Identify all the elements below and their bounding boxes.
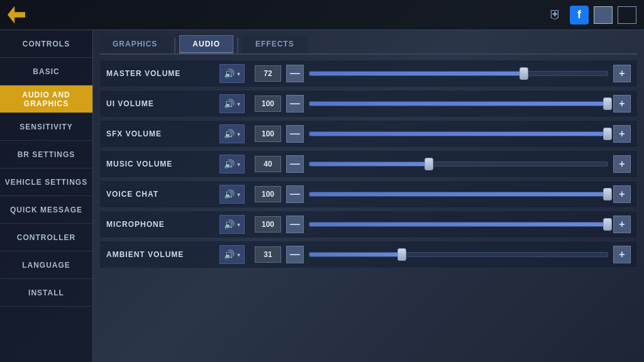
volume-toggle-0[interactable]: 🔊▾ bbox=[219, 64, 245, 83]
volume-toggle-4[interactable]: 🔊▾ bbox=[219, 185, 245, 204]
speaker-icon: 🔊 bbox=[224, 129, 235, 139]
dropdown-arrow: ▾ bbox=[237, 221, 240, 228]
tab-divider bbox=[237, 38, 238, 53]
minus-button-6[interactable]: — bbox=[286, 246, 304, 263]
minus-button-5[interactable]: — bbox=[286, 216, 304, 233]
speaker-icon: 🔊 bbox=[224, 69, 235, 79]
settings-list: MASTER VOLUME🔊▾72—+UI VOLUME🔊▾100—+SFX V… bbox=[99, 60, 638, 357]
dropdown-arrow: ▾ bbox=[237, 191, 240, 198]
facebook-icon[interactable]: f bbox=[570, 6, 589, 25]
content-area: GRAPHICSAUDIOEFFECTS MASTER VOLUME🔊▾72—+… bbox=[93, 30, 644, 362]
slider-track-6[interactable] bbox=[309, 252, 608, 257]
plus-button-5[interactable]: + bbox=[613, 216, 631, 233]
tabs-bar: GRAPHICSAUDIOEFFECTS bbox=[99, 35, 638, 55]
minus-button-3[interactable]: — bbox=[286, 155, 304, 173]
volume-toggle-6[interactable]: 🔊▾ bbox=[219, 245, 245, 264]
volume-toggle-1[interactable]: 🔊▾ bbox=[219, 94, 245, 113]
header: ⛨ f bbox=[0, 0, 644, 30]
sidebar-item-br-settings[interactable]: BR SETTINGS bbox=[0, 141, 92, 168]
setting-row-5: MICROPHONE🔊▾100—+ bbox=[99, 211, 638, 238]
slider-container-3: —+ bbox=[286, 155, 631, 173]
setting-row-3: MUSIC VOLUME🔊▾40—+ bbox=[99, 150, 638, 178]
setting-row-1: UI VOLUME🔊▾100—+ bbox=[99, 90, 638, 118]
dropdown-arrow: ▾ bbox=[237, 161, 240, 168]
slider-thumb-1[interactable] bbox=[603, 97, 612, 110]
slider-track-0[interactable] bbox=[309, 71, 608, 76]
value-display-5: 100 bbox=[255, 216, 281, 233]
shield-icon: ⛨ bbox=[546, 6, 565, 25]
minus-button-0[interactable]: — bbox=[286, 65, 304, 82]
volume-toggle-3[interactable]: 🔊▾ bbox=[219, 155, 245, 173]
slider-thumb-0[interactable] bbox=[519, 67, 528, 80]
setting-label-5: MICROPHONE bbox=[106, 220, 219, 229]
tab-divider bbox=[174, 38, 175, 53]
setting-label-4: VOICE CHAT bbox=[106, 190, 219, 199]
value-display-0: 72 bbox=[255, 65, 281, 82]
slider-track-2[interactable] bbox=[309, 131, 608, 136]
dropdown-arrow: ▾ bbox=[237, 101, 240, 107]
slider-thumb-4[interactable] bbox=[603, 188, 612, 200]
speaker-icon: 🔊 bbox=[224, 250, 235, 260]
volume-toggle-5[interactable]: 🔊▾ bbox=[219, 215, 245, 234]
plus-button-0[interactable]: + bbox=[613, 65, 631, 82]
plus-button-2[interactable]: + bbox=[613, 125, 631, 143]
slider-fill-1 bbox=[309, 102, 608, 106]
slider-track-1[interactable] bbox=[309, 101, 608, 106]
sidebar-item-controls[interactable]: CONTROLS bbox=[0, 30, 92, 58]
sidebar-item-controller[interactable]: CONTROLLER bbox=[0, 224, 92, 251]
setting-label-6: AMBIENT VOLUME bbox=[106, 250, 219, 259]
slider-container-4: —+ bbox=[286, 185, 631, 203]
setting-label-2: SFX VOLUME bbox=[106, 129, 219, 138]
slider-track-5[interactable] bbox=[309, 222, 608, 227]
sidebar-item-language[interactable]: LANGUAGE bbox=[0, 251, 92, 279]
sidebar-item-quick-message[interactable]: QUICK MESSAGE bbox=[0, 196, 92, 224]
tab-effects[interactable]: EFFECTS bbox=[242, 35, 308, 53]
setting-label-3: MUSIC VOLUME bbox=[106, 160, 219, 168]
plus-button-6[interactable]: + bbox=[613, 246, 631, 263]
slider-track-4[interactable] bbox=[309, 192, 608, 197]
value-display-2: 100 bbox=[255, 126, 281, 142]
slider-thumb-6[interactable] bbox=[397, 248, 406, 261]
sidebar-item-install[interactable]: INSTALL bbox=[0, 279, 92, 307]
sidebar-item-vehicle-settings[interactable]: VEHICLE SETTINGS bbox=[0, 168, 92, 196]
sidebar: CONTROLSBASICAUDIO AND GRAPHICSSENSITIVI… bbox=[0, 30, 93, 362]
plus-button-1[interactable]: + bbox=[613, 95, 631, 112]
dropdown-arrow: ▾ bbox=[237, 131, 240, 138]
slider-fill-0 bbox=[309, 72, 524, 75]
value-display-1: 100 bbox=[255, 96, 281, 112]
slider-fill-4 bbox=[309, 192, 608, 196]
setting-label-0: MASTER VOLUME bbox=[106, 69, 219, 78]
slider-thumb-3[interactable] bbox=[425, 158, 433, 170]
slider-thumb-5[interactable] bbox=[603, 218, 612, 231]
minus-button-2[interactable]: — bbox=[286, 125, 304, 143]
minus-button-4[interactable]: — bbox=[286, 185, 304, 203]
back-icon[interactable] bbox=[8, 6, 25, 24]
dropdown-arrow: ▾ bbox=[237, 70, 240, 77]
slider-container-6: —+ bbox=[286, 246, 631, 263]
sidebar-item-basic[interactable]: BASIC bbox=[0, 58, 92, 85]
slider-fill-2 bbox=[309, 132, 608, 136]
tab-audio[interactable]: AUDIO bbox=[179, 35, 233, 53]
tab-graphics[interactable]: GRAPHICS bbox=[99, 35, 170, 53]
setting-row-0: MASTER VOLUME🔊▾72—+ bbox=[99, 60, 638, 87]
slider-track-3[interactable] bbox=[309, 162, 608, 167]
plus-button-4[interactable]: + bbox=[613, 185, 631, 203]
slider-container-0: —+ bbox=[286, 65, 631, 82]
default-button[interactable] bbox=[594, 6, 613, 24]
slider-thumb-2[interactable] bbox=[603, 128, 612, 140]
support-button[interactable] bbox=[618, 6, 636, 24]
setting-row-4: VOICE CHAT🔊▾100—+ bbox=[99, 180, 638, 208]
slider-container-5: —+ bbox=[286, 216, 631, 233]
sidebar-item-audio-and-graphics[interactable]: AUDIO AND GRAPHICS bbox=[0, 85, 92, 113]
main-layout: CONTROLSBASICAUDIO AND GRAPHICSSENSITIVI… bbox=[0, 30, 644, 362]
plus-button-3[interactable]: + bbox=[613, 155, 631, 173]
slider-fill-5 bbox=[309, 222, 608, 226]
minus-button-1[interactable]: — bbox=[286, 95, 304, 112]
slider-fill-3 bbox=[309, 162, 429, 166]
value-display-4: 100 bbox=[255, 186, 281, 202]
slider-container-1: —+ bbox=[286, 95, 631, 112]
volume-toggle-2[interactable]: 🔊▾ bbox=[219, 124, 245, 143]
speaker-icon: 🔊 bbox=[224, 219, 235, 229]
header-right: ⛨ f bbox=[546, 6, 636, 25]
sidebar-item-sensitivity[interactable]: SENSITIVITY bbox=[0, 113, 92, 141]
